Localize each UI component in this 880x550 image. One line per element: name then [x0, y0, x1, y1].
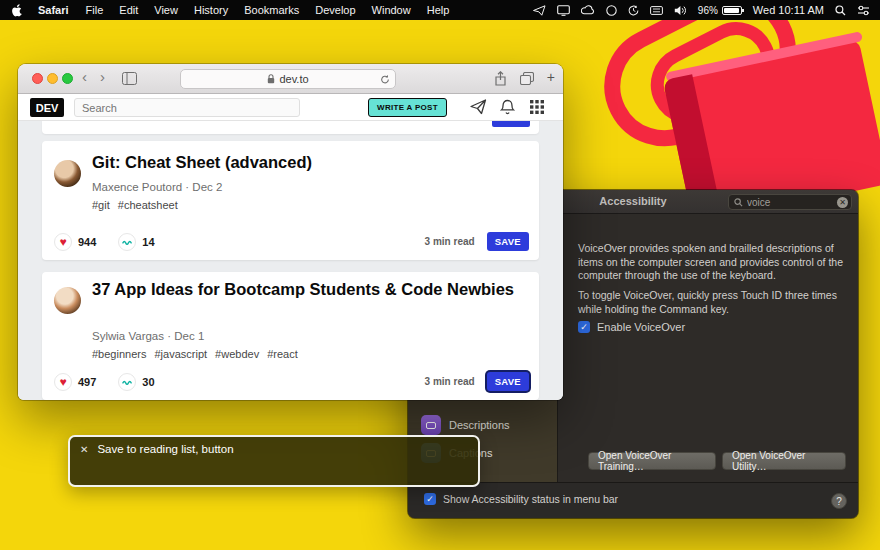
descriptions-icon — [421, 415, 441, 435]
accessibility-search-field[interactable]: ✕ — [728, 194, 852, 210]
display-status-icon[interactable] — [557, 5, 570, 16]
battery-percentage: 96% — [698, 5, 718, 16]
minimize-button[interactable] — [47, 73, 58, 84]
menu-edit[interactable]: Edit — [111, 4, 146, 16]
menu-app-name[interactable]: Safari — [29, 4, 78, 16]
open-voiceover-utility-button[interactable]: Open VoiceOver Utility… — [722, 452, 846, 470]
time-machine-status-icon[interactable] — [628, 5, 639, 16]
help-button[interactable]: ? — [831, 493, 847, 509]
write-post-button[interactable]: WRITE A POST — [368, 98, 447, 117]
author-avatar[interactable] — [54, 160, 81, 187]
voiceover-description: VoiceOver provides spoken and brailled d… — [578, 242, 854, 283]
keyboard-status-icon[interactable] — [650, 6, 663, 15]
safari-window: ‹ › dev.to + DEV WRITE A POST — [18, 64, 563, 400]
menu-window[interactable]: Window — [364, 4, 419, 16]
article-tags[interactable]: #beginners #javascript #webdev #react — [92, 348, 298, 360]
save-button-focused[interactable]: SAVE — [487, 372, 529, 391]
heart-reactions[interactable]: ♥ 944 — [54, 233, 96, 251]
heart-icon: ♥ — [54, 373, 72, 391]
search-icon — [734, 198, 743, 207]
read-time: 3 min read — [425, 236, 475, 247]
comment-icon — [118, 373, 136, 391]
battery-icon — [722, 6, 742, 15]
article-author[interactable]: Sylwia Vargas · Dec 1 — [92, 330, 204, 342]
voiceover-caption-panel: ✕ Save to reading list, button — [68, 435, 480, 487]
menu-develop[interactable]: Develop — [307, 4, 363, 16]
article-tags[interactable]: #git #cheatsheet — [92, 199, 178, 211]
menu-view[interactable]: View — [146, 4, 186, 16]
sidebar-item-descriptions[interactable]: Descriptions — [421, 415, 510, 435]
heart-count: 944 — [78, 236, 96, 248]
forward-button[interactable]: › — [100, 68, 105, 85]
dev-logo[interactable]: DEV — [30, 98, 64, 117]
new-tab-icon[interactable]: + — [547, 69, 555, 85]
comment-icon — [118, 233, 136, 251]
author-avatar[interactable] — [54, 287, 81, 314]
apple-icon[interactable] — [12, 4, 23, 17]
accessibility-bottom-bar: ✓ Show Accessibility status in menu bar … — [408, 482, 858, 518]
devto-feed: Git: Cheat Sheet (advanced) Maxence Pout… — [18, 121, 563, 400]
search-clear-icon[interactable]: ✕ — [837, 197, 848, 208]
control-center-icon[interactable] — [857, 5, 870, 16]
paper-plane-icon[interactable] — [470, 99, 487, 115]
tab-overview-icon[interactable] — [520, 72, 534, 85]
comment-count: 30 — [142, 376, 154, 388]
share-icon[interactable] — [494, 71, 507, 86]
article-footer: ♥ 944 14 3 min read SAVE — [54, 232, 529, 251]
close-button[interactable] — [32, 73, 43, 84]
partial-article-card — [42, 121, 539, 134]
heart-icon: ♥ — [54, 233, 72, 251]
save-button[interactable]: SAVE — [487, 232, 529, 251]
reload-icon[interactable] — [380, 74, 390, 87]
devto-search-input[interactable] — [74, 98, 300, 117]
enable-voiceover-checkbox[interactable]: ✓ — [578, 321, 590, 333]
article-footer: ♥ 497 30 3 min read SAVE — [54, 372, 529, 391]
status-menubar-label: Show Accessibility status in menu bar — [443, 493, 618, 505]
menu-file[interactable]: File — [78, 4, 112, 16]
zoom-button[interactable] — [62, 73, 73, 84]
siri-status-icon[interactable] — [606, 5, 617, 16]
safari-toolbar: ‹ › dev.to + — [18, 64, 563, 94]
menu-clock[interactable]: Wed 10:11 AM — [753, 4, 824, 16]
voiceover-toggle-hint: To toggle VoiceOver, quickly press Touch… — [578, 289, 854, 316]
menu-bar: Safari File Edit View History Bookmarks … — [0, 0, 880, 20]
menu-help[interactable]: Help — [419, 4, 458, 16]
read-time: 3 min read — [425, 376, 475, 387]
menu-bookmarks[interactable]: Bookmarks — [236, 4, 307, 16]
accessibility-search-input[interactable] — [747, 197, 833, 208]
volume-status-icon[interactable] — [674, 5, 687, 16]
spotlight-icon[interactable] — [835, 5, 846, 16]
partial-save-button[interactable] — [492, 121, 530, 127]
voiceover-caption-text: Save to reading list, button — [97, 443, 233, 455]
heart-count: 497 — [78, 376, 96, 388]
comment-reactions[interactable]: 14 — [118, 233, 154, 251]
status-menubar-checkbox[interactable]: ✓ — [424, 493, 436, 505]
devto-header: DEV WRITE A POST — [18, 94, 563, 121]
article-title[interactable]: 37 App Ideas for Bootcamp Students & Cod… — [92, 278, 524, 300]
back-button[interactable]: ‹ — [82, 68, 87, 85]
apps-grid-icon[interactable] — [530, 100, 544, 114]
sidebar-item-label: Descriptions — [449, 419, 510, 431]
close-icon: ✕ — [80, 444, 88, 455]
heart-reactions[interactable]: ♥ 497 — [54, 373, 96, 391]
enable-voiceover-row[interactable]: ✓ Enable VoiceOver — [578, 321, 685, 333]
battery-status[interactable]: 96% — [698, 5, 742, 16]
open-voiceover-training-button[interactable]: Open VoiceOver Training… — [588, 452, 716, 470]
send-status-icon[interactable] — [533, 5, 546, 16]
comment-reactions[interactable]: 30 — [118, 373, 154, 391]
status-menubar-row[interactable]: ✓ Show Accessibility status in menu bar — [424, 493, 618, 505]
address-bar[interactable]: dev.to — [180, 69, 396, 89]
article-author[interactable]: Maxence Poutord · Dec 2 — [92, 181, 222, 193]
article-card[interactable]: Git: Cheat Sheet (advanced) Maxence Pout… — [42, 141, 539, 260]
enable-voiceover-label: Enable VoiceOver — [597, 321, 685, 333]
cloud-status-icon[interactable] — [581, 5, 595, 15]
sidebar-toggle-icon[interactable] — [122, 72, 137, 85]
comment-count: 14 — [142, 236, 154, 248]
menu-history[interactable]: History — [186, 4, 236, 16]
bell-icon[interactable] — [500, 99, 515, 116]
url-text: dev.to — [279, 73, 308, 85]
article-card[interactable]: 37 App Ideas for Bootcamp Students & Cod… — [42, 272, 539, 400]
article-title[interactable]: Git: Cheat Sheet (advanced) — [92, 151, 524, 173]
lock-icon — [267, 74, 275, 84]
